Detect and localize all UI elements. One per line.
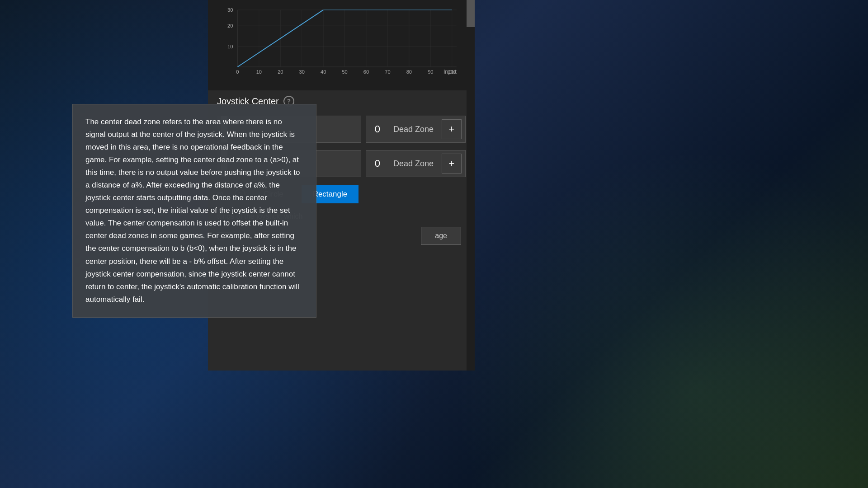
scrollbar[interactable] <box>467 0 475 371</box>
svg-text:80: 80 <box>406 69 412 75</box>
svg-text:20: 20 <box>227 23 233 28</box>
svg-text:60: 60 <box>363 69 369 75</box>
svg-text:30: 30 <box>299 69 305 75</box>
svg-text:90: 90 <box>428 69 433 75</box>
dead-zone-control-2: 0 Dead Zone + <box>366 150 466 177</box>
dead-zone-plus-1[interactable]: + <box>442 119 462 139</box>
svg-text:70: 70 <box>385 69 390 75</box>
dead-zone-label-2: Dead Zone <box>389 159 438 169</box>
svg-text:Input: Input <box>443 68 457 75</box>
svg-text:50: 50 <box>342 69 347 75</box>
dead-zone-value-1: 0 <box>366 123 389 135</box>
tooltip-popup: The center dead zone refers to the area … <box>72 104 316 318</box>
svg-text:20: 20 <box>278 69 283 75</box>
dead-zone-plus-2[interactable]: + <box>442 154 462 174</box>
dead-zone-value-2: 0 <box>366 158 389 169</box>
tooltip-text: The center dead zone refers to the area … <box>85 117 300 304</box>
svg-text:40: 40 <box>321 69 326 75</box>
scrollbar-thumb[interactable] <box>467 0 475 27</box>
svg-text:10: 10 <box>256 69 262 75</box>
right-side <box>475 0 868 488</box>
svg-text:30: 30 <box>227 7 233 13</box>
chart-area: 30 20 10 0 10 20 30 40 50 60 70 80 90 10… <box>208 0 475 90</box>
svg-text:10: 10 <box>227 44 233 49</box>
response-curve-chart: 30 20 10 0 10 20 30 40 50 60 70 80 90 10… <box>215 5 466 81</box>
chart-container: 30 20 10 0 10 20 30 40 50 60 70 80 90 10… <box>215 5 466 81</box>
dead-zone-label-1: Dead Zone <box>389 125 438 134</box>
svg-text:0: 0 <box>236 69 239 75</box>
dead-zone-control-1: 0 Dead Zone + <box>366 116 466 143</box>
manage-button[interactable]: age <box>421 227 461 245</box>
